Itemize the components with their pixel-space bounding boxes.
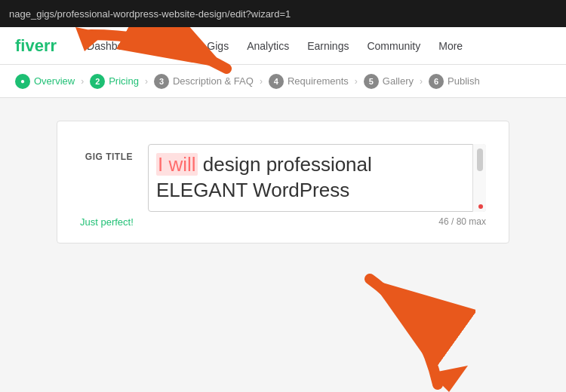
main-content: GIG TITLE I will design professionalELEG… <box>0 98 566 324</box>
wizard-chevron-2: › <box>145 76 148 87</box>
wizard-step-pricing[interactable]: 2 Pricing <box>90 74 139 89</box>
gig-title-textarea[interactable]: I will design professionalELEGANT WordPr… <box>148 144 486 212</box>
gig-title-label: GIG TITLE <box>80 144 133 162</box>
url-text: nage_gigs/professional-wordpress-website… <box>9 8 291 20</box>
form-section: GIG TITLE I will design professionalELEG… <box>57 121 509 243</box>
gig-title-highlight: I will <box>156 153 198 176</box>
nav-gigs[interactable]: Gigs <box>207 40 229 52</box>
nav-community[interactable]: Community <box>367 40 420 52</box>
navbar: fiverr Dashboard Orders Gigs Analytics E… <box>0 27 566 65</box>
step-3-circle: 3 <box>154 74 169 89</box>
wizard-chevron-5: › <box>420 76 423 87</box>
scrollbar-thumb <box>477 149 483 171</box>
feedback-text: Just perfect! <box>80 216 134 228</box>
nav-earnings[interactable]: Earnings <box>307 40 349 52</box>
wizard-chevron-3: › <box>260 76 263 87</box>
gig-title-row: GIG TITLE I will design professionalELEG… <box>80 144 486 212</box>
scroll-dot <box>478 204 483 209</box>
step-5-circle: 5 <box>364 74 379 89</box>
nav-more[interactable]: More <box>438 40 463 52</box>
wizard-chevron-1: › <box>81 76 84 87</box>
scrollbar[interactable] <box>472 144 486 212</box>
overview-icon: ● <box>15 74 30 89</box>
gig-title-input-area: I will design professionalELEGANT WordPr… <box>148 144 486 212</box>
step-description-label: Description & FAQ <box>173 75 254 87</box>
address-bar: nage_gigs/professional-wordpress-website… <box>0 0 566 27</box>
wizard-step-requirements[interactable]: 4 Requirements <box>269 74 349 89</box>
wizard-step-gallery[interactable]: 5 Gallery <box>364 74 414 89</box>
nav-orders[interactable]: Orders <box>157 40 189 52</box>
step-requirements-label: Requirements <box>288 75 349 87</box>
wizard-step-description[interactable]: 3 Description & FAQ <box>154 74 254 89</box>
char-count: 46 / 80 max <box>438 216 486 227</box>
step-2-circle: 2 <box>90 74 105 89</box>
nav-dashboard[interactable]: Dashboard <box>87 40 139 52</box>
step-gallery-label: Gallery <box>383 75 414 87</box>
wizard-chevron-4: › <box>355 76 358 87</box>
wizard-step-publish[interactable]: 6 Publish <box>429 74 480 89</box>
fiverr-logo[interactable]: fiverr <box>15 36 57 56</box>
form-footer: Just perfect! 46 / 80 max <box>80 216 486 228</box>
step-6-circle: 6 <box>429 74 444 89</box>
step-publish-label: Publish <box>448 75 480 87</box>
wizard-bar: ● Overview › 2 Pricing › 3 Description &… <box>0 65 566 98</box>
nav-analytics[interactable]: Analytics <box>247 40 289 52</box>
svg-marker-3 <box>430 366 468 392</box>
step-4-circle: 4 <box>269 74 284 89</box>
step-pricing-label: Pricing <box>109 75 139 87</box>
wizard-step-overview[interactable]: ● Overview <box>15 74 75 89</box>
step-overview-label: Overview <box>34 75 75 87</box>
